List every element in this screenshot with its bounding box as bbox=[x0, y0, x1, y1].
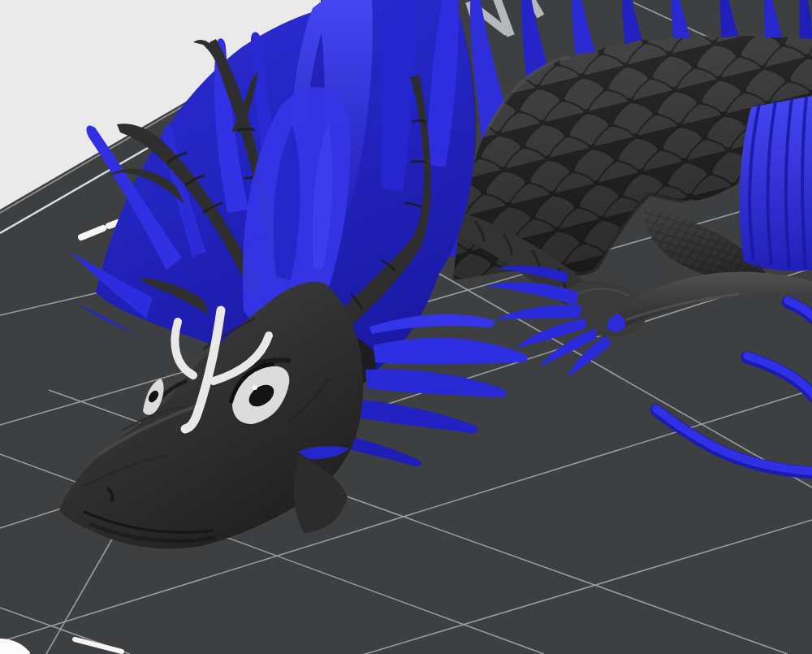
tail-fan bbox=[739, 96, 812, 271]
viewport-canvas[interactable] bbox=[0, 0, 812, 654]
slicer-viewport[interactable] bbox=[0, 0, 812, 654]
